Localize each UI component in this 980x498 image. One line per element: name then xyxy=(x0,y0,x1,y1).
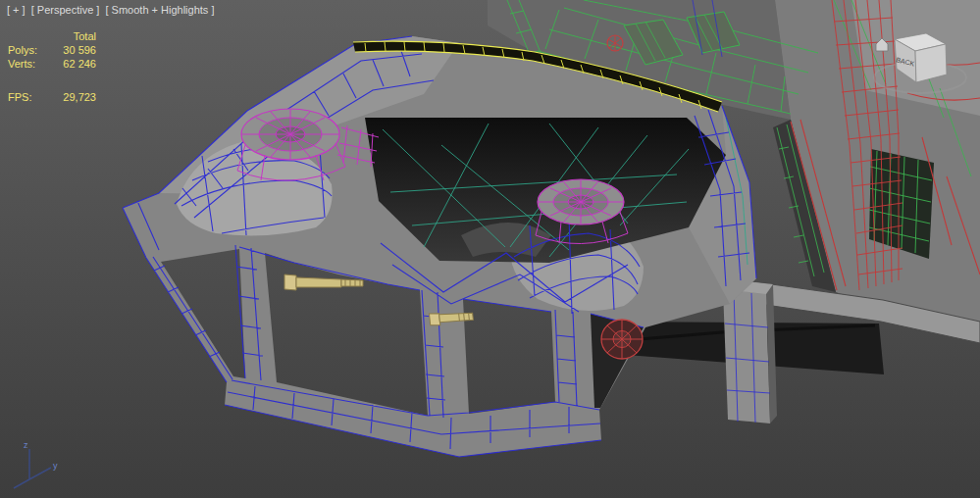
scene-canvas[interactable]: BACK z y xyxy=(0,0,980,498)
axis-z-label: z xyxy=(24,440,28,450)
stats-verts-row: Verts: 62 246 xyxy=(8,57,96,71)
axis-y-label: y xyxy=(53,461,58,471)
stats-polys-label: Polys: xyxy=(8,43,49,57)
viewport-pov-menu[interactable]: [ Perspective ] xyxy=(31,4,100,16)
stats-fps-row: FPS: 29,723 xyxy=(8,90,96,104)
stats-fps-label: FPS: xyxy=(8,90,49,104)
viewport-label-bar: [ + ] [ Perspective ] [ Smooth + Highlig… xyxy=(7,4,217,16)
viewport-shading-menu[interactable]: [ Smooth + Highlights ] xyxy=(105,4,214,16)
statistics-overlay: Total Polys: 30 596 Verts: 62 246 FPS: 2… xyxy=(8,29,96,104)
stats-fps-value: 29,723 xyxy=(49,90,96,104)
stats-polys-row: Polys: 30 596 xyxy=(8,43,96,57)
stats-total-row: Total xyxy=(8,29,96,43)
viewport-general-menu[interactable]: [ + ] xyxy=(7,4,26,16)
brake-disc xyxy=(601,320,643,359)
stats-total-header: Total xyxy=(49,29,96,43)
stats-polys-value: 30 596 xyxy=(49,43,96,57)
stats-verts-value: 62 246 xyxy=(49,57,96,71)
perspective-viewport[interactable]: BACK z y [ + ] [ Perspective ] [ Smooth … xyxy=(0,0,980,498)
stats-verts-label: Verts: xyxy=(8,57,49,71)
